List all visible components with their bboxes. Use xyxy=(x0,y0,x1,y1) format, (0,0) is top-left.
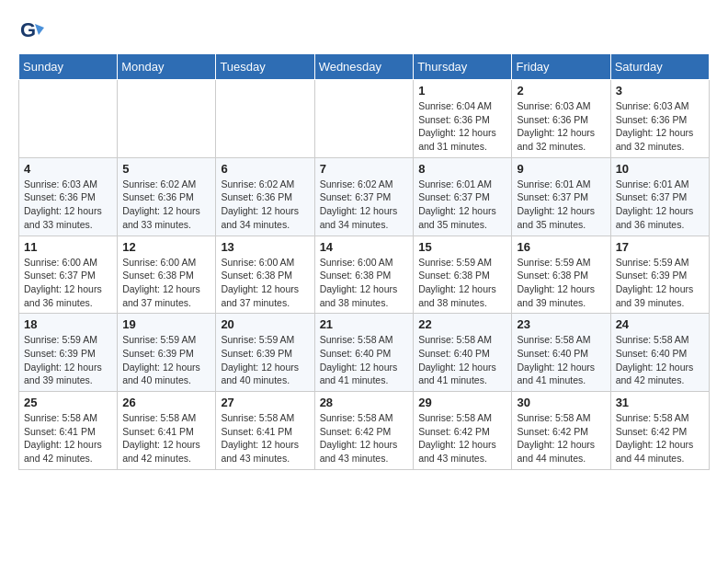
logo-icon: G xyxy=(18,18,44,44)
header-saturday: Saturday xyxy=(610,54,709,80)
day-info: Sunrise: 5:59 AM Sunset: 6:38 PM Dayligh… xyxy=(418,256,506,310)
day-number: 7 xyxy=(320,162,409,176)
day-info: Sunrise: 6:02 AM Sunset: 6:36 PM Dayligh… xyxy=(122,178,210,232)
calendar-cell: 25Sunrise: 5:58 AM Sunset: 6:41 PM Dayli… xyxy=(19,392,118,470)
calendar-cell: 28Sunrise: 5:58 AM Sunset: 6:42 PM Dayli… xyxy=(314,392,414,470)
day-number: 22 xyxy=(418,317,506,331)
calendar-cell: 23Sunrise: 5:58 AM Sunset: 6:40 PM Dayli… xyxy=(512,314,610,392)
day-info: Sunrise: 6:01 AM Sunset: 6:37 PM Dayligh… xyxy=(418,178,506,232)
calendar-cell: 4Sunrise: 6:03 AM Sunset: 6:36 PM Daylig… xyxy=(19,157,118,236)
day-number: 10 xyxy=(616,162,704,176)
calendar-cell: 22Sunrise: 5:58 AM Sunset: 6:40 PM Dayli… xyxy=(414,314,512,392)
week-row-4: 25Sunrise: 5:58 AM Sunset: 6:41 PM Dayli… xyxy=(19,392,710,470)
svg-text:G: G xyxy=(20,18,36,41)
day-info: Sunrise: 6:02 AM Sunset: 6:37 PM Dayligh… xyxy=(320,178,409,232)
day-info: Sunrise: 5:59 AM Sunset: 6:39 PM Dayligh… xyxy=(221,333,309,387)
calendar-cell: 21Sunrise: 5:58 AM Sunset: 6:40 PM Dayli… xyxy=(314,314,414,392)
day-info: Sunrise: 6:03 AM Sunset: 6:36 PM Dayligh… xyxy=(517,99,605,154)
calendar-cell: 3Sunrise: 6:03 AM Sunset: 6:36 PM Daylig… xyxy=(610,80,709,158)
day-number: 31 xyxy=(616,396,704,409)
day-info: Sunrise: 5:58 AM Sunset: 6:41 PM Dayligh… xyxy=(122,411,210,465)
calendar-cell xyxy=(19,80,118,158)
day-number: 27 xyxy=(221,396,309,409)
header-monday: Monday xyxy=(118,54,216,80)
header-sunday: Sunday xyxy=(19,54,118,80)
day-info: Sunrise: 5:58 AM Sunset: 6:40 PM Dayligh… xyxy=(418,333,506,387)
day-number: 3 xyxy=(616,84,704,98)
calendar-header-row: SundayMondayTuesdayWednesdayThursdayFrid… xyxy=(19,54,710,80)
calendar-cell: 24Sunrise: 5:58 AM Sunset: 6:40 PM Dayli… xyxy=(610,314,709,392)
day-info: Sunrise: 5:58 AM Sunset: 6:40 PM Dayligh… xyxy=(517,333,605,387)
calendar-cell: 31Sunrise: 5:58 AM Sunset: 6:42 PM Dayli… xyxy=(610,392,709,470)
calendar-cell: 11Sunrise: 6:00 AM Sunset: 6:37 PM Dayli… xyxy=(19,236,118,314)
calendar-cell: 5Sunrise: 6:02 AM Sunset: 6:36 PM Daylig… xyxy=(118,157,216,236)
day-number: 11 xyxy=(24,240,112,254)
day-info: Sunrise: 6:02 AM Sunset: 6:36 PM Dayligh… xyxy=(221,178,309,232)
page-header: G xyxy=(18,18,710,44)
day-number: 17 xyxy=(616,240,704,254)
day-number: 4 xyxy=(24,162,112,176)
calendar-cell: 30Sunrise: 5:58 AM Sunset: 6:42 PM Dayli… xyxy=(512,392,610,470)
header-wednesday: Wednesday xyxy=(314,54,414,80)
calendar-cell: 26Sunrise: 5:58 AM Sunset: 6:41 PM Dayli… xyxy=(118,392,216,470)
svg-marker-1 xyxy=(35,24,44,35)
day-number: 14 xyxy=(320,240,409,254)
day-number: 2 xyxy=(517,84,605,98)
day-number: 9 xyxy=(517,162,605,176)
calendar-cell xyxy=(216,80,314,158)
day-info: Sunrise: 5:59 AM Sunset: 6:39 PM Dayligh… xyxy=(24,333,112,387)
calendar-cell: 16Sunrise: 5:59 AM Sunset: 6:38 PM Dayli… xyxy=(512,236,610,314)
calendar-cell: 27Sunrise: 5:58 AM Sunset: 6:41 PM Dayli… xyxy=(216,392,314,470)
day-info: Sunrise: 5:58 AM Sunset: 6:41 PM Dayligh… xyxy=(221,411,309,465)
day-info: Sunrise: 5:58 AM Sunset: 6:42 PM Dayligh… xyxy=(320,411,409,465)
day-number: 15 xyxy=(418,240,506,254)
day-number: 20 xyxy=(221,317,309,331)
calendar-cell: 9Sunrise: 6:01 AM Sunset: 6:37 PM Daylig… xyxy=(512,157,610,236)
day-number: 6 xyxy=(221,162,309,176)
calendar-cell xyxy=(118,80,216,158)
header-thursday: Thursday xyxy=(414,54,512,80)
day-info: Sunrise: 6:01 AM Sunset: 6:37 PM Dayligh… xyxy=(616,178,704,232)
day-info: Sunrise: 6:01 AM Sunset: 6:37 PM Dayligh… xyxy=(517,178,605,232)
day-number: 25 xyxy=(24,396,112,409)
day-info: Sunrise: 6:00 AM Sunset: 6:38 PM Dayligh… xyxy=(221,256,309,310)
week-row-3: 18Sunrise: 5:59 AM Sunset: 6:39 PM Dayli… xyxy=(19,314,710,392)
calendar-cell: 29Sunrise: 5:58 AM Sunset: 6:42 PM Dayli… xyxy=(414,392,512,470)
calendar-cell: 20Sunrise: 5:59 AM Sunset: 6:39 PM Dayli… xyxy=(216,314,314,392)
header-tuesday: Tuesday xyxy=(216,54,314,80)
day-info: Sunrise: 5:58 AM Sunset: 6:41 PM Dayligh… xyxy=(24,411,112,465)
day-info: Sunrise: 6:04 AM Sunset: 6:36 PM Dayligh… xyxy=(418,99,506,154)
calendar-cell: 19Sunrise: 5:59 AM Sunset: 6:39 PM Dayli… xyxy=(118,314,216,392)
day-number: 26 xyxy=(122,396,210,409)
week-row-0: 1Sunrise: 6:04 AM Sunset: 6:36 PM Daylig… xyxy=(19,80,710,158)
day-number: 30 xyxy=(517,396,605,409)
week-row-2: 11Sunrise: 6:00 AM Sunset: 6:37 PM Dayli… xyxy=(19,236,710,314)
day-number: 8 xyxy=(418,162,506,176)
calendar-cell: 2Sunrise: 6:03 AM Sunset: 6:36 PM Daylig… xyxy=(512,80,610,158)
calendar-cell: 7Sunrise: 6:02 AM Sunset: 6:37 PM Daylig… xyxy=(314,157,414,236)
day-number: 12 xyxy=(122,240,210,254)
calendar-cell: 17Sunrise: 5:59 AM Sunset: 6:39 PM Dayli… xyxy=(610,236,709,314)
week-row-1: 4Sunrise: 6:03 AM Sunset: 6:36 PM Daylig… xyxy=(19,157,710,236)
calendar-cell: 6Sunrise: 6:02 AM Sunset: 6:36 PM Daylig… xyxy=(216,157,314,236)
calendar-cell: 15Sunrise: 5:59 AM Sunset: 6:38 PM Dayli… xyxy=(414,236,512,314)
day-number: 5 xyxy=(122,162,210,176)
day-info: Sunrise: 6:03 AM Sunset: 6:36 PM Dayligh… xyxy=(24,178,112,232)
calendar-cell: 1Sunrise: 6:04 AM Sunset: 6:36 PM Daylig… xyxy=(414,80,512,158)
calendar-table: SundayMondayTuesdayWednesdayThursdayFrid… xyxy=(18,53,710,470)
day-info: Sunrise: 5:58 AM Sunset: 6:40 PM Dayligh… xyxy=(320,333,409,387)
day-number: 13 xyxy=(221,240,309,254)
day-number: 23 xyxy=(517,317,605,331)
day-number: 1 xyxy=(418,84,506,98)
day-number: 18 xyxy=(24,317,112,331)
calendar-cell: 14Sunrise: 6:00 AM Sunset: 6:38 PM Dayli… xyxy=(314,236,414,314)
day-info: Sunrise: 5:58 AM Sunset: 6:42 PM Dayligh… xyxy=(517,411,605,465)
day-info: Sunrise: 6:03 AM Sunset: 6:36 PM Dayligh… xyxy=(616,99,704,154)
calendar-cell: 10Sunrise: 6:01 AM Sunset: 6:37 PM Dayli… xyxy=(610,157,709,236)
day-number: 21 xyxy=(320,317,409,331)
day-info: Sunrise: 5:58 AM Sunset: 6:42 PM Dayligh… xyxy=(418,411,506,465)
day-number: 24 xyxy=(616,317,704,331)
calendar-cell xyxy=(314,80,414,158)
logo: G xyxy=(18,18,48,44)
day-info: Sunrise: 5:59 AM Sunset: 6:38 PM Dayligh… xyxy=(517,256,605,310)
